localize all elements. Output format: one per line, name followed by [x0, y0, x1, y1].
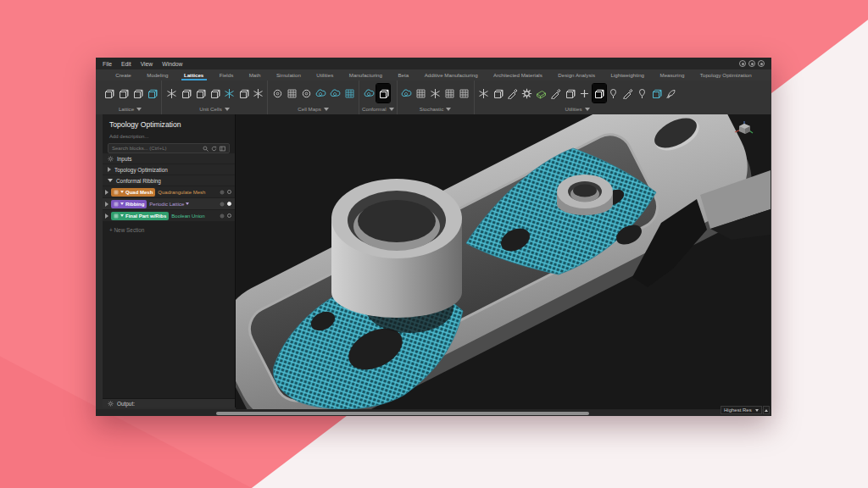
- toolbar-group-label[interactable]: Stochastic: [400, 104, 471, 114]
- cell-map-grid-icon[interactable]: [285, 84, 298, 103]
- lattice-tool-1-icon[interactable]: [102, 84, 115, 103]
- caret-expanded-icon[interactable]: [108, 179, 113, 182]
- visibility-off-icon[interactable]: [227, 214, 231, 218]
- stochastic-foam-1-icon[interactable]: [415, 84, 428, 103]
- block-chip[interactable]: Quad Mesh: [111, 188, 155, 197]
- stochastic-foam-3-icon[interactable]: [458, 84, 471, 103]
- tab-manufacturing[interactable]: Manufacturing: [342, 69, 391, 80]
- sync-account-icon[interactable]: [739, 60, 746, 67]
- utility-rocket-icon[interactable]: [665, 84, 678, 103]
- block-chip[interactable]: Ribbing: [111, 200, 147, 208]
- utility-boxed-teal-icon[interactable]: [650, 84, 664, 103]
- utility-flag-icon[interactable]: [636, 84, 649, 103]
- caret-collapsed-icon[interactable]: [105, 190, 108, 195]
- cell-map-wave-1-icon[interactable]: [314, 84, 327, 103]
- output-bar[interactable]: Output:: [103, 398, 235, 408]
- unit-cell-4-icon[interactable]: [236, 84, 250, 103]
- block-row-quad-mesh[interactable]: Quad MeshQuadrangulate Mesh: [103, 186, 235, 197]
- caret-collapsed-icon[interactable]: [105, 202, 108, 207]
- lattice-tool-3-icon[interactable]: [131, 84, 144, 103]
- horizontal-scrollbar[interactable]: [216, 412, 589, 415]
- unit-cell-2-icon[interactable]: [193, 84, 207, 103]
- lattice-tool-2-icon[interactable]: [116, 84, 130, 103]
- unit-cell-1-icon[interactable]: [179, 84, 192, 103]
- utility-angle-icon[interactable]: [621, 84, 635, 103]
- search-blocks-input[interactable]: Search blocks... (Ctrl+L): [108, 143, 230, 153]
- toolbar-group-label[interactable]: Lattice: [102, 104, 159, 114]
- toolbar-group-label[interactable]: Conformal: [362, 104, 394, 114]
- tab-simulation[interactable]: Simulation: [269, 69, 309, 80]
- utility-flow-icon[interactable]: [520, 84, 534, 103]
- utility-trim-icon[interactable]: [506, 84, 520, 103]
- section-topology-optimization[interactable]: Topology Optimization: [103, 164, 235, 175]
- unit-cell-star-icon[interactable]: [164, 84, 178, 103]
- visibility-off-icon[interactable]: [227, 190, 231, 194]
- expand-panel-button[interactable]: [763, 406, 770, 414]
- user-account-icon[interactable]: [758, 60, 765, 67]
- unit-cell-3-icon[interactable]: [208, 84, 221, 103]
- tab-topology-optimization[interactable]: Topology Optimization: [693, 69, 760, 80]
- cell-map-wave-2-icon[interactable]: [328, 84, 342, 103]
- stochastic-blob-icon[interactable]: [400, 84, 414, 103]
- help-icon[interactable]: [748, 60, 755, 67]
- tab-create[interactable]: Create: [108, 69, 139, 80]
- stochastic-branch-icon[interactable]: [429, 84, 442, 103]
- caret-collapsed-icon[interactable]: [105, 214, 108, 219]
- block-chip[interactable]: Final Part w/Ribs: [111, 212, 169, 220]
- utility-cube-x-icon[interactable]: [564, 84, 577, 103]
- cell-map-target-icon[interactable]: [299, 84, 313, 103]
- block-type-icon: [114, 190, 119, 195]
- toolbar-group-label[interactable]: Unit Cells: [164, 104, 264, 114]
- menu-window[interactable]: Window: [162, 61, 182, 67]
- caret-collapsed-icon[interactable]: [108, 167, 111, 172]
- tab-math[interactable]: Math: [241, 69, 268, 80]
- conformal-ribbing-icon[interactable]: [376, 84, 390, 103]
- section-conformal-ribbing[interactable]: Conformal Ribbing: [103, 175, 235, 186]
- tab-fields[interactable]: Fields: [212, 69, 242, 80]
- toolbar-group-label[interactable]: Utilities: [477, 104, 678, 114]
- utility-pin-icon-glyph: [608, 88, 619, 99]
- tab-modeling[interactable]: Modeling: [139, 69, 176, 80]
- section-inputs[interactable]: Inputs: [103, 153, 235, 164]
- utility-slab-icon[interactable]: [535, 84, 548, 103]
- unit-cell-spray-icon[interactable]: [222, 84, 236, 103]
- new-section-button[interactable]: + New Section: [103, 222, 235, 238]
- search-icon[interactable]: [203, 146, 209, 152]
- utility-add-lattice-icon[interactable]: [578, 84, 592, 103]
- stochastic-foam-2-icon[interactable]: [443, 84, 457, 103]
- utility-extract-icon[interactable]: [549, 84, 563, 103]
- tab-design-analysis[interactable]: Design Analysis: [550, 69, 603, 80]
- resolution-dropdown[interactable]: Highest Res: [721, 406, 762, 414]
- panel-icon[interactable]: [220, 146, 225, 152]
- unit-cell-custom-icon[interactable]: [251, 84, 264, 103]
- utility-pin-icon[interactable]: [607, 84, 620, 103]
- notebook-panel: Topology Optimization Add description...…: [103, 114, 236, 408]
- tab-lightweighting[interactable]: Lightweighting: [603, 69, 652, 80]
- lattice-tool-4-icon[interactable]: [145, 84, 159, 103]
- menu-file[interactable]: File: [103, 61, 112, 67]
- menu-edit[interactable]: Edit: [121, 61, 131, 67]
- tab-beta[interactable]: Beta: [390, 69, 416, 80]
- sync-icon[interactable]: [211, 146, 217, 152]
- toolbar-group-label[interactable]: Cell Maps: [270, 104, 356, 114]
- tab-utilities[interactable]: Utilities: [309, 69, 341, 80]
- tab-additive-manufacturing[interactable]: Additive Manufacturing: [416, 69, 485, 80]
- utility-cube-plus-icon[interactable]: [492, 84, 505, 103]
- tab-lattices[interactable]: Lattices: [176, 69, 212, 80]
- conformal-lattice-icon[interactable]: [362, 84, 376, 103]
- cell-map-volume-icon[interactable]: [342, 84, 356, 103]
- description-placeholder[interactable]: Add description...: [103, 129, 235, 139]
- utility-boxed-lattice-icon[interactable]: [593, 84, 606, 103]
- viewport-3d[interactable]: [236, 114, 771, 409]
- search-placeholder: Search blocks... (Ctrl+L): [112, 146, 200, 151]
- menu-view[interactable]: View: [141, 61, 153, 67]
- utility-star-plus-icon[interactable]: [477, 84, 491, 103]
- unit-cell-spray-icon-glyph: [224, 88, 235, 99]
- block-row-final-part-w-ribs[interactable]: Final Part w/RibsBoolean Union: [103, 210, 235, 221]
- tab-architected-materials[interactable]: Architected Materials: [486, 69, 550, 80]
- visibility-on-icon[interactable]: [227, 202, 231, 206]
- cell-map-ring-icon[interactable]: [270, 84, 284, 103]
- block-row-ribbing[interactable]: RibbingPeriodic Lattice: [103, 198, 235, 209]
- notebook-title: Topology Optimization: [103, 114, 235, 129]
- tab-measuring[interactable]: Measuring: [652, 69, 692, 80]
